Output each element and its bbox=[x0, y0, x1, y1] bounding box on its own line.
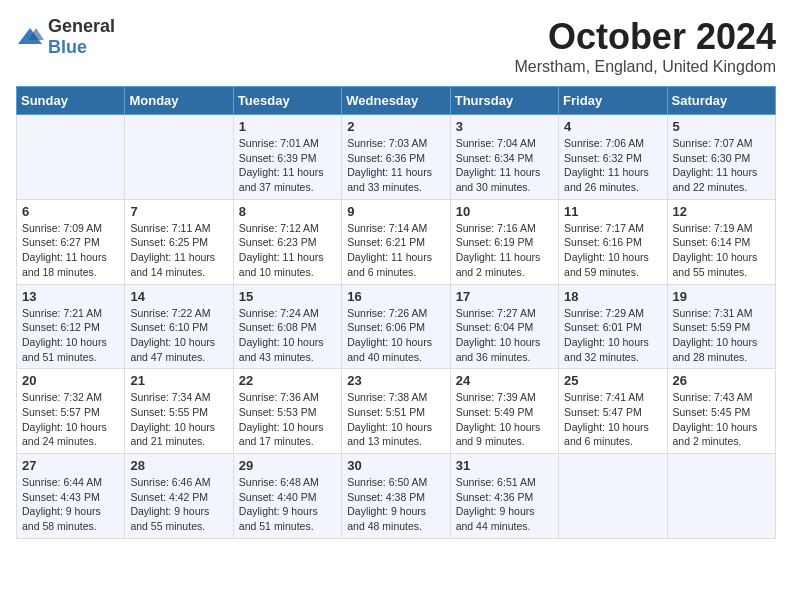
cell-text: Sunrise: 6:50 AM Sunset: 4:38 PM Dayligh… bbox=[347, 476, 427, 532]
logo-general: General bbox=[48, 16, 115, 36]
month-title: October 2024 bbox=[515, 16, 776, 58]
calendar-cell: 1Sunrise: 7:01 AM Sunset: 6:39 PM Daylig… bbox=[233, 115, 341, 200]
day-number: 17 bbox=[456, 289, 553, 304]
calendar-cell: 6Sunrise: 7:09 AM Sunset: 6:27 PM Daylig… bbox=[17, 199, 125, 284]
header-row: SundayMondayTuesdayWednesdayThursdayFrid… bbox=[17, 87, 776, 115]
cell-text: Sunrise: 7:34 AM Sunset: 5:55 PM Dayligh… bbox=[130, 391, 215, 447]
calendar-cell: 14Sunrise: 7:22 AM Sunset: 6:10 PM Dayli… bbox=[125, 284, 233, 369]
calendar-cell bbox=[17, 115, 125, 200]
cell-text: Sunrise: 6:48 AM Sunset: 4:40 PM Dayligh… bbox=[239, 476, 319, 532]
calendar-cell: 13Sunrise: 7:21 AM Sunset: 6:12 PM Dayli… bbox=[17, 284, 125, 369]
calendar-cell: 5Sunrise: 7:07 AM Sunset: 6:30 PM Daylig… bbox=[667, 115, 775, 200]
cell-text: Sunrise: 7:32 AM Sunset: 5:57 PM Dayligh… bbox=[22, 391, 107, 447]
logo-blue: Blue bbox=[48, 37, 87, 57]
day-number: 6 bbox=[22, 204, 119, 219]
cell-text: Sunrise: 7:14 AM Sunset: 6:21 PM Dayligh… bbox=[347, 222, 432, 278]
day-number: 26 bbox=[673, 373, 770, 388]
cell-text: Sunrise: 7:06 AM Sunset: 6:32 PM Dayligh… bbox=[564, 137, 649, 193]
cell-text: Sunrise: 7:38 AM Sunset: 5:51 PM Dayligh… bbox=[347, 391, 432, 447]
day-number: 5 bbox=[673, 119, 770, 134]
day-number: 9 bbox=[347, 204, 444, 219]
calendar-cell bbox=[125, 115, 233, 200]
day-number: 7 bbox=[130, 204, 227, 219]
day-number: 29 bbox=[239, 458, 336, 473]
day-number: 16 bbox=[347, 289, 444, 304]
calendar-cell: 11Sunrise: 7:17 AM Sunset: 6:16 PM Dayli… bbox=[559, 199, 667, 284]
header: General Blue October 2024 Merstham, Engl… bbox=[16, 16, 776, 76]
cell-text: Sunrise: 6:44 AM Sunset: 4:43 PM Dayligh… bbox=[22, 476, 102, 532]
calendar-week-2: 6Sunrise: 7:09 AM Sunset: 6:27 PM Daylig… bbox=[17, 199, 776, 284]
cell-text: Sunrise: 6:51 AM Sunset: 4:36 PM Dayligh… bbox=[456, 476, 536, 532]
day-number: 8 bbox=[239, 204, 336, 219]
calendar-cell: 3Sunrise: 7:04 AM Sunset: 6:34 PM Daylig… bbox=[450, 115, 558, 200]
calendar-cell: 4Sunrise: 7:06 AM Sunset: 6:32 PM Daylig… bbox=[559, 115, 667, 200]
calendar-cell: 2Sunrise: 7:03 AM Sunset: 6:36 PM Daylig… bbox=[342, 115, 450, 200]
day-number: 18 bbox=[564, 289, 661, 304]
calendar-cell: 18Sunrise: 7:29 AM Sunset: 6:01 PM Dayli… bbox=[559, 284, 667, 369]
cell-text: Sunrise: 7:09 AM Sunset: 6:27 PM Dayligh… bbox=[22, 222, 107, 278]
calendar-week-4: 20Sunrise: 7:32 AM Sunset: 5:57 PM Dayli… bbox=[17, 369, 776, 454]
cell-text: Sunrise: 7:24 AM Sunset: 6:08 PM Dayligh… bbox=[239, 307, 324, 363]
calendar-cell: 24Sunrise: 7:39 AM Sunset: 5:49 PM Dayli… bbox=[450, 369, 558, 454]
header-day-saturday: Saturday bbox=[667, 87, 775, 115]
calendar-cell: 23Sunrise: 7:38 AM Sunset: 5:51 PM Dayli… bbox=[342, 369, 450, 454]
cell-text: Sunrise: 7:07 AM Sunset: 6:30 PM Dayligh… bbox=[673, 137, 758, 193]
calendar-body: 1Sunrise: 7:01 AM Sunset: 6:39 PM Daylig… bbox=[17, 115, 776, 539]
day-number: 4 bbox=[564, 119, 661, 134]
calendar-week-3: 13Sunrise: 7:21 AM Sunset: 6:12 PM Dayli… bbox=[17, 284, 776, 369]
cell-text: Sunrise: 7:27 AM Sunset: 6:04 PM Dayligh… bbox=[456, 307, 541, 363]
cell-text: Sunrise: 7:31 AM Sunset: 5:59 PM Dayligh… bbox=[673, 307, 758, 363]
calendar-cell: 28Sunrise: 6:46 AM Sunset: 4:42 PM Dayli… bbox=[125, 454, 233, 539]
calendar-week-5: 27Sunrise: 6:44 AM Sunset: 4:43 PM Dayli… bbox=[17, 454, 776, 539]
header-day-monday: Monday bbox=[125, 87, 233, 115]
calendar-cell: 25Sunrise: 7:41 AM Sunset: 5:47 PM Dayli… bbox=[559, 369, 667, 454]
header-day-wednesday: Wednesday bbox=[342, 87, 450, 115]
day-number: 28 bbox=[130, 458, 227, 473]
calendar-cell: 26Sunrise: 7:43 AM Sunset: 5:45 PM Dayli… bbox=[667, 369, 775, 454]
day-number: 3 bbox=[456, 119, 553, 134]
calendar-cell: 27Sunrise: 6:44 AM Sunset: 4:43 PM Dayli… bbox=[17, 454, 125, 539]
day-number: 23 bbox=[347, 373, 444, 388]
header-day-friday: Friday bbox=[559, 87, 667, 115]
cell-text: Sunrise: 6:46 AM Sunset: 4:42 PM Dayligh… bbox=[130, 476, 210, 532]
calendar-cell: 9Sunrise: 7:14 AM Sunset: 6:21 PM Daylig… bbox=[342, 199, 450, 284]
calendar-cell: 8Sunrise: 7:12 AM Sunset: 6:23 PM Daylig… bbox=[233, 199, 341, 284]
calendar-cell: 12Sunrise: 7:19 AM Sunset: 6:14 PM Dayli… bbox=[667, 199, 775, 284]
cell-text: Sunrise: 7:39 AM Sunset: 5:49 PM Dayligh… bbox=[456, 391, 541, 447]
cell-text: Sunrise: 7:03 AM Sunset: 6:36 PM Dayligh… bbox=[347, 137, 432, 193]
cell-text: Sunrise: 7:36 AM Sunset: 5:53 PM Dayligh… bbox=[239, 391, 324, 447]
cell-text: Sunrise: 7:21 AM Sunset: 6:12 PM Dayligh… bbox=[22, 307, 107, 363]
calendar-cell: 21Sunrise: 7:34 AM Sunset: 5:55 PM Dayli… bbox=[125, 369, 233, 454]
calendar-cell: 22Sunrise: 7:36 AM Sunset: 5:53 PM Dayli… bbox=[233, 369, 341, 454]
header-day-tuesday: Tuesday bbox=[233, 87, 341, 115]
day-number: 13 bbox=[22, 289, 119, 304]
calendar-cell bbox=[559, 454, 667, 539]
day-number: 11 bbox=[564, 204, 661, 219]
cell-text: Sunrise: 7:43 AM Sunset: 5:45 PM Dayligh… bbox=[673, 391, 758, 447]
calendar-table: SundayMondayTuesdayWednesdayThursdayFrid… bbox=[16, 86, 776, 539]
day-number: 2 bbox=[347, 119, 444, 134]
calendar-cell: 10Sunrise: 7:16 AM Sunset: 6:19 PM Dayli… bbox=[450, 199, 558, 284]
calendar-header: SundayMondayTuesdayWednesdayThursdayFrid… bbox=[17, 87, 776, 115]
day-number: 27 bbox=[22, 458, 119, 473]
cell-text: Sunrise: 7:26 AM Sunset: 6:06 PM Dayligh… bbox=[347, 307, 432, 363]
day-number: 22 bbox=[239, 373, 336, 388]
calendar-cell: 15Sunrise: 7:24 AM Sunset: 6:08 PM Dayli… bbox=[233, 284, 341, 369]
day-number: 21 bbox=[130, 373, 227, 388]
cell-text: Sunrise: 7:41 AM Sunset: 5:47 PM Dayligh… bbox=[564, 391, 649, 447]
day-number: 20 bbox=[22, 373, 119, 388]
logo: General Blue bbox=[16, 16, 115, 58]
day-number: 15 bbox=[239, 289, 336, 304]
day-number: 24 bbox=[456, 373, 553, 388]
day-number: 14 bbox=[130, 289, 227, 304]
day-number: 30 bbox=[347, 458, 444, 473]
calendar-cell: 30Sunrise: 6:50 AM Sunset: 4:38 PM Dayli… bbox=[342, 454, 450, 539]
cell-text: Sunrise: 7:22 AM Sunset: 6:10 PM Dayligh… bbox=[130, 307, 215, 363]
cell-text: Sunrise: 7:16 AM Sunset: 6:19 PM Dayligh… bbox=[456, 222, 541, 278]
cell-text: Sunrise: 7:17 AM Sunset: 6:16 PM Dayligh… bbox=[564, 222, 649, 278]
calendar-week-1: 1Sunrise: 7:01 AM Sunset: 6:39 PM Daylig… bbox=[17, 115, 776, 200]
calendar-cell: 17Sunrise: 7:27 AM Sunset: 6:04 PM Dayli… bbox=[450, 284, 558, 369]
logo-text: General Blue bbox=[48, 16, 115, 58]
cell-text: Sunrise: 7:29 AM Sunset: 6:01 PM Dayligh… bbox=[564, 307, 649, 363]
day-number: 12 bbox=[673, 204, 770, 219]
